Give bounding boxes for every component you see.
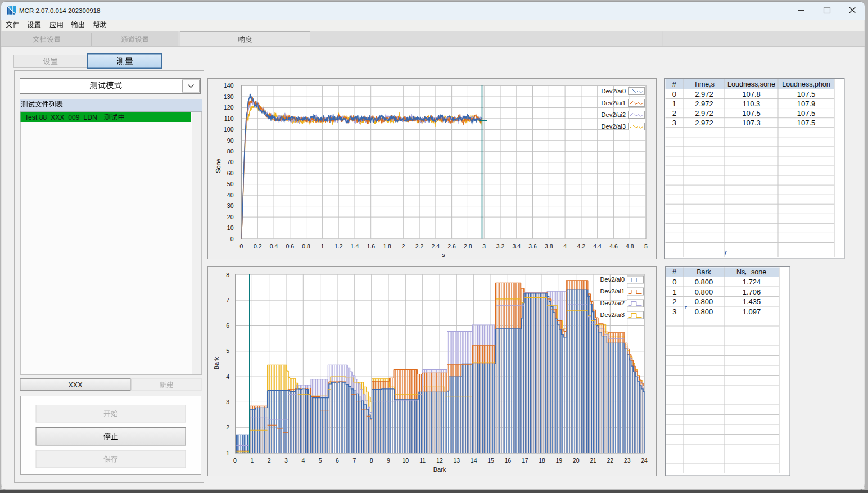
- svg-text:21: 21: [590, 457, 596, 464]
- svg-text:2: 2: [226, 424, 229, 431]
- svg-text:1.2: 1.2: [334, 243, 343, 250]
- svg-text:107.5: 107.5: [797, 119, 816, 127]
- svg-text:1.6: 1.6: [367, 243, 375, 250]
- svg-text:11: 11: [419, 457, 426, 464]
- svg-text:22: 22: [607, 457, 613, 464]
- svg-text:Bark: Bark: [697, 268, 711, 276]
- svg-text:4.8: 4.8: [626, 243, 634, 250]
- svg-text:20: 20: [227, 214, 234, 220]
- svg-text:5: 5: [644, 243, 648, 250]
- svg-text:Dev2/ai0: Dev2/ai0: [602, 88, 626, 94]
- svg-text:2.2: 2.2: [415, 243, 424, 250]
- svg-text:107.5: 107.5: [797, 109, 816, 117]
- svg-text:Bark: Bark: [213, 356, 220, 369]
- svg-text:Dev2/ai0: Dev2/ai0: [600, 276, 625, 283]
- svg-text:Ns: Ns: [736, 268, 745, 276]
- svg-text:107.8: 107.8: [742, 90, 761, 98]
- svg-text:12: 12: [436, 457, 443, 464]
- svg-text:3.2: 3.2: [496, 243, 505, 250]
- svg-text:1.8: 1.8: [383, 243, 391, 250]
- svg-text:107.3: 107.3: [742, 119, 761, 127]
- svg-text:4: 4: [301, 457, 305, 464]
- svg-text:s: s: [442, 251, 445, 258]
- svg-text:0: 0: [672, 278, 676, 286]
- svg-text:0.800: 0.800: [695, 297, 713, 306]
- svg-text:9: 9: [387, 457, 390, 464]
- svg-text:19: 19: [555, 457, 562, 464]
- svg-text:4: 4: [563, 243, 567, 250]
- svg-text:107.5: 107.5: [742, 109, 761, 117]
- svg-text:Test 88_XXX_009_LDN: Test 88_XXX_009_LDN: [25, 114, 97, 121]
- svg-text:2.4: 2.4: [432, 243, 440, 250]
- svg-text:Loudness,sone: Loudness,sone: [727, 80, 775, 88]
- svg-text:Dev2/ai3: Dev2/ai3: [600, 311, 625, 318]
- svg-text:4: 4: [226, 373, 229, 380]
- svg-text:120: 120: [224, 104, 234, 111]
- svg-text:0.8: 0.8: [302, 243, 310, 250]
- svg-text:24: 24: [641, 457, 648, 464]
- svg-text:6: 6: [336, 457, 339, 464]
- svg-text:2.972: 2.972: [695, 99, 713, 108]
- svg-text:8: 8: [226, 272, 229, 278]
- svg-text:2.972: 2.972: [695, 90, 713, 98]
- svg-text:2: 2: [672, 109, 676, 117]
- svg-text:7: 7: [226, 297, 229, 304]
- svg-text:2: 2: [268, 457, 271, 464]
- svg-text:4.2: 4.2: [577, 243, 586, 250]
- svg-text:Dev2/ai1: Dev2/ai1: [602, 99, 626, 106]
- svg-text:0: 0: [233, 457, 237, 464]
- svg-text:Dev2/ai2: Dev2/ai2: [600, 300, 625, 306]
- svg-text:Dev2/ai1: Dev2/ai1: [600, 288, 625, 295]
- svg-text:1: 1: [226, 450, 229, 456]
- svg-text:70: 70: [227, 159, 234, 165]
- svg-text:Dev2/ai3: Dev2/ai3: [602, 123, 626, 130]
- svg-text:2.8: 2.8: [464, 243, 472, 250]
- svg-text:Dev2/ai2: Dev2/ai2: [602, 111, 626, 118]
- svg-text:2.6: 2.6: [447, 243, 456, 250]
- svg-text:2: 2: [401, 243, 405, 250]
- svg-text:1: 1: [672, 288, 676, 296]
- svg-text:60: 60: [227, 170, 234, 177]
- svg-text:110: 110: [224, 115, 234, 122]
- svg-text:30: 30: [227, 202, 234, 209]
- svg-text:0: 0: [672, 90, 676, 98]
- svg-text:15: 15: [487, 457, 494, 464]
- svg-text:3: 3: [672, 119, 676, 127]
- svg-text:XXX: XXX: [68, 381, 83, 389]
- svg-text:20: 20: [573, 457, 580, 464]
- svg-text:sone: sone: [751, 268, 766, 276]
- svg-text:1.435: 1.435: [743, 297, 761, 306]
- svg-text:1: 1: [672, 99, 676, 108]
- svg-text:5: 5: [319, 457, 322, 464]
- svg-text:110.3: 110.3: [743, 99, 761, 108]
- svg-text:1.097: 1.097: [743, 307, 761, 316]
- svg-text:MCR 2.07.0.014 202300918: MCR 2.07.0.014 202300918: [19, 7, 101, 14]
- svg-text:17: 17: [522, 457, 528, 464]
- svg-text:16: 16: [504, 457, 511, 464]
- svg-text:0.800: 0.800: [695, 307, 713, 316]
- svg-text:80: 80: [227, 148, 234, 155]
- svg-text:140: 140: [224, 82, 234, 89]
- svg-text:0.6: 0.6: [286, 243, 295, 250]
- svg-text:1.706: 1.706: [743, 288, 761, 296]
- svg-text:8: 8: [370, 457, 373, 464]
- svg-text:5: 5: [226, 347, 229, 354]
- svg-text:107.5: 107.5: [797, 90, 816, 98]
- svg-text:1.724: 1.724: [743, 278, 761, 286]
- svg-text:Sone: Sone: [215, 159, 221, 173]
- svg-text:4.6: 4.6: [609, 243, 618, 250]
- svg-text:23: 23: [624, 457, 631, 464]
- svg-text:Loudness,phon: Loudness,phon: [782, 80, 830, 88]
- svg-text:40: 40: [227, 192, 234, 198]
- svg-text:107.9: 107.9: [797, 99, 816, 108]
- svg-text:90: 90: [227, 137, 234, 144]
- svg-text:2.972: 2.972: [695, 109, 713, 117]
- svg-text:3: 3: [672, 307, 676, 316]
- svg-text:3.6: 3.6: [528, 243, 537, 250]
- svg-text:#: #: [672, 268, 676, 276]
- svg-text:Time,s: Time,s: [694, 80, 715, 88]
- svg-text:3: 3: [284, 457, 288, 464]
- svg-text:50: 50: [227, 180, 234, 187]
- svg-text:1.4: 1.4: [351, 243, 359, 250]
- svg-text:18: 18: [539, 457, 545, 464]
